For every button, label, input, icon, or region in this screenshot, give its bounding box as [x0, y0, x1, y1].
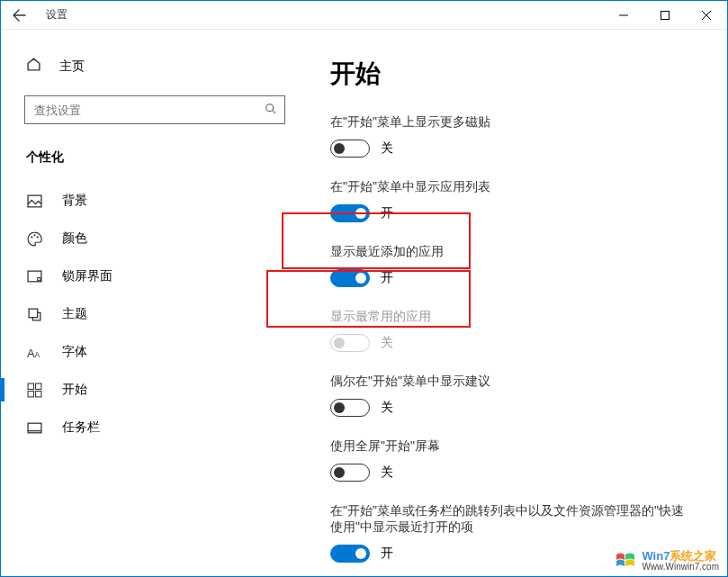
maximize-icon [661, 11, 670, 20]
setting-suggestions: 偶尔在"开始"菜单中显示建议 关 [330, 374, 695, 417]
toggle-state-text: 开 [381, 205, 393, 221]
svg-point-7 [31, 236, 32, 238]
svg-rect-16 [35, 383, 40, 389]
sidebar-item-taskbar[interactable]: 任务栏 [19, 409, 298, 446]
setting-label: 显示最近添加的应用 [330, 244, 695, 260]
toggle-state-text: 开 [381, 545, 393, 562]
setting-label: 在"开始"菜单或任务栏的跳转列表中以及文件资源管理器的"快速使用"中显示最近打开… [330, 503, 695, 536]
setting-recent-apps: 显示最近添加的应用 开 [330, 244, 695, 287]
setting-label: 在"开始"菜单中显示应用列表 [330, 179, 695, 195]
sidebar-item-label: 主题 [62, 306, 87, 322]
minimize-button[interactable] [603, 1, 644, 30]
svg-rect-15 [28, 383, 33, 389]
svg-rect-17 [28, 391, 33, 396]
sidebar-item-fonts[interactable]: AA 字体 [19, 333, 298, 371]
content-area: 开始 在"开始"菜单上显示更多磁贴 关 在"开始"菜单中显示应用列表 开 显示最… [298, 30, 727, 576]
sidebar-item-label: 背景 [62, 193, 87, 209]
watermark-brand: Win7系统之家 [642, 550, 719, 563]
setting-label: 偶尔在"开始"菜单中显示建议 [330, 374, 695, 390]
back-button[interactable] [8, 5, 30, 26]
toggle-row: 关 [330, 464, 695, 482]
setting-label: 显示最常用的应用 [330, 309, 695, 325]
titlebar: 设置 [1, 1, 727, 30]
toggle-row: 开 [330, 269, 695, 287]
close-button[interactable] [686, 1, 727, 30]
settings-window: 设置 主页 [0, 0, 728, 577]
setting-label: 在"开始"菜单上显示更多磁贴 [330, 114, 695, 131]
taskbar-icon [26, 420, 42, 436]
setting-app-list: 在"开始"菜单中显示应用列表 开 [330, 179, 695, 222]
home-link[interactable]: 主页 [19, 48, 298, 85]
toggle-row: 关 [330, 334, 695, 352]
sidebar-item-colors[interactable]: 颜色 [19, 220, 298, 257]
setting-fullscreen-start: 使用全屏"开始"屏幕 关 [330, 438, 695, 482]
toggle-state-text: 关 [381, 464, 393, 481]
home-label: 主页 [59, 59, 85, 75]
font-icon: AA [26, 345, 42, 360]
maximize-button[interactable] [644, 1, 686, 30]
toggle-most-used [330, 334, 370, 352]
nav-list: 背景 颜色 锁屏界面 主题 AA 字体 [19, 182, 298, 446]
toggle-state-text: 开 [381, 270, 393, 286]
sidebar-item-label: 锁屏界面 [62, 268, 112, 284]
toggle-more-tiles[interactable] [330, 140, 370, 158]
toggle-fullscreen-start[interactable] [330, 464, 370, 482]
toggle-recent-apps[interactable] [330, 269, 370, 287]
svg-rect-18 [35, 391, 40, 396]
close-icon [702, 11, 711, 20]
svg-point-4 [266, 104, 274, 111]
lockscreen-icon [26, 269, 42, 284]
toggle-row: 开 [330, 204, 695, 222]
svg-rect-6 [28, 195, 41, 207]
sidebar-item-label: 任务栏 [62, 419, 100, 436]
svg-line-5 [273, 110, 276, 113]
start-icon [26, 383, 42, 398]
sidebar-item-lockscreen[interactable]: 锁屏界面 [19, 257, 298, 295]
toggle-state-text: 关 [381, 335, 393, 351]
toggle-state-text: 关 [381, 400, 393, 416]
setting-label: 使用全屏"开始"屏幕 [330, 438, 695, 455]
toggle-suggestions[interactable] [330, 399, 370, 417]
sidebar-item-themes[interactable]: 主题 [19, 295, 298, 333]
picture-icon [26, 194, 42, 209]
sidebar-item-label: 字体 [62, 344, 87, 360]
sidebar: 主页 个性化 背景 颜色 锁屏界面 [1, 30, 298, 576]
arrow-left-icon [12, 8, 26, 23]
watermark-text: Win7系统之家 Www.Winwin7.com [642, 550, 719, 572]
page-title: 开始 [330, 57, 695, 91]
theme-icon [26, 307, 42, 322]
section-title: 个性化 [26, 149, 298, 166]
search-input[interactable] [34, 104, 254, 117]
palette-icon [26, 231, 42, 247]
watermark: Win7系统之家 Www.Winwin7.com [611, 548, 723, 573]
toggle-state-text: 关 [381, 140, 393, 157]
svg-rect-10 [28, 271, 41, 282]
titlebar-left: 设置 [8, 5, 603, 26]
home-icon [26, 57, 41, 76]
toggle-app-list[interactable] [330, 204, 370, 222]
sidebar-item-label: 颜色 [62, 230, 87, 247]
sidebar-item-label: 开始 [62, 382, 87, 398]
toggle-row: 关 [330, 399, 695, 417]
search-box[interactable] [24, 95, 285, 124]
svg-rect-11 [37, 277, 40, 280]
search-icon [265, 103, 277, 118]
svg-rect-12 [29, 309, 38, 318]
svg-text:A: A [34, 349, 40, 358]
svg-point-8 [33, 234, 35, 236]
toggle-jumplist[interactable] [330, 545, 370, 563]
window-controls [603, 1, 727, 30]
body: 主页 个性化 背景 颜色 锁屏界面 [1, 30, 727, 576]
minimize-icon [619, 11, 628, 20]
sidebar-item-start[interactable]: 开始 [19, 371, 298, 409]
svg-rect-1 [661, 11, 670, 19]
sidebar-item-background[interactable]: 背景 [19, 182, 298, 220]
setting-most-used: 显示最常用的应用 关 [330, 309, 695, 352]
setting-more-tiles: 在"开始"菜单上显示更多磁贴 关 [330, 114, 695, 158]
svg-point-9 [36, 236, 38, 238]
toggle-row: 关 [330, 140, 695, 158]
watermark-url: Www.Winwin7.com [642, 563, 719, 572]
window-title: 设置 [46, 7, 67, 23]
windows-flag-icon [615, 551, 636, 571]
